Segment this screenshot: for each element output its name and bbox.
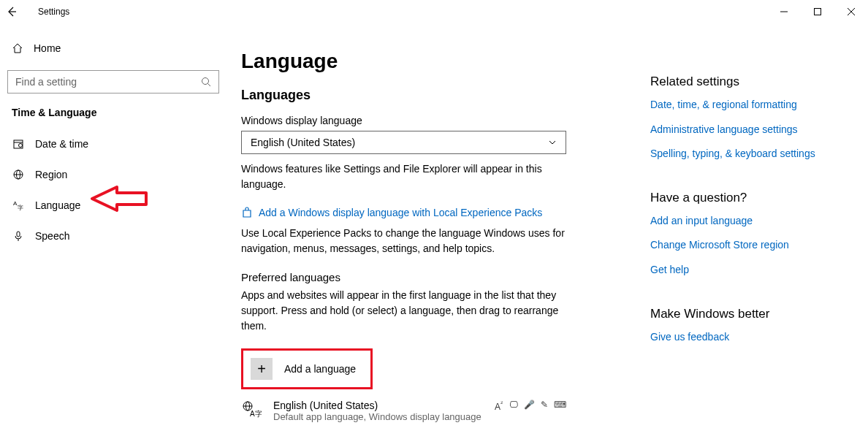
search-icon bbox=[201, 77, 211, 87]
preferred-languages-heading: Preferred languages bbox=[241, 271, 650, 283]
nav-label: Date & time bbox=[35, 138, 88, 150]
highlight-arrow-icon bbox=[89, 186, 148, 212]
mic-icon bbox=[12, 230, 25, 242]
display-icon: 🖵 bbox=[509, 400, 518, 412]
help-link[interactable]: Add an input language bbox=[650, 214, 840, 229]
search-placeholder: Find a setting bbox=[15, 76, 77, 88]
home-icon bbox=[12, 42, 23, 54]
sidebar: Home Find a setting Time & Language Date… bbox=[0, 23, 226, 422]
language-subtitle: Default app language, Windows display la… bbox=[273, 411, 481, 422]
minimize-button[interactable] bbox=[767, 0, 801, 23]
add-display-language-link[interactable]: Add a Windows display language with Loca… bbox=[259, 207, 542, 218]
window-controls bbox=[767, 0, 868, 23]
nav-label: Region bbox=[35, 169, 67, 180]
feedback-link[interactable]: Give us feedback bbox=[650, 330, 840, 345]
nav-label: Speech bbox=[35, 230, 69, 242]
home-label: Home bbox=[34, 42, 61, 54]
back-button[interactable] bbox=[6, 6, 29, 18]
svg-line-6 bbox=[208, 84, 211, 87]
plus-icon: + bbox=[251, 358, 273, 380]
related-link[interactable]: Date, time, & regional formatting bbox=[650, 98, 840, 112]
add-language-button[interactable]: + Add a language bbox=[241, 348, 373, 389]
related-panel: Related settings Date, time, & regional … bbox=[650, 23, 840, 422]
display-language-desc: Windows features like Settings and File … bbox=[241, 161, 566, 192]
home-nav[interactable]: Home bbox=[12, 34, 219, 63]
svg-text:字: 字 bbox=[18, 205, 23, 211]
language-name: English (United States) bbox=[273, 400, 481, 411]
display-language-dropdown[interactable]: English (United States) bbox=[241, 131, 566, 154]
help-link[interactable]: Get help bbox=[650, 263, 840, 278]
nav-speech[interactable]: Speech bbox=[7, 221, 219, 251]
language-feature-icons: Aᶻ 🖵 🎤 ✎ ⌨ bbox=[495, 400, 566, 412]
calendar-icon bbox=[12, 138, 25, 150]
svg-rect-2 bbox=[815, 9, 821, 15]
add-language-label: Add a language bbox=[284, 363, 356, 375]
chevron-down-icon bbox=[548, 138, 557, 147]
preferred-languages-desc: Apps and websites will appear in the fir… bbox=[241, 288, 566, 334]
titlebar: Settings bbox=[0, 0, 868, 23]
related-settings-heading: Related settings bbox=[650, 75, 840, 89]
display-language-label: Windows display language bbox=[241, 115, 650, 126]
store-icon bbox=[241, 207, 253, 218]
svg-text:A字: A字 bbox=[250, 410, 262, 418]
close-button[interactable] bbox=[834, 0, 868, 23]
help-link[interactable]: Change Microsoft Store region bbox=[650, 238, 840, 253]
svg-rect-15 bbox=[17, 232, 20, 237]
languages-heading: Languages bbox=[241, 88, 650, 103]
content-area: Language Languages Windows display langu… bbox=[241, 23, 650, 422]
globe-icon bbox=[12, 169, 25, 180]
nav-language[interactable]: A字 Language bbox=[7, 190, 219, 221]
language-list-item[interactable]: A字 English (United States) Default app l… bbox=[241, 400, 566, 422]
handwriting-icon: ✎ bbox=[541, 400, 548, 412]
category-header: Time & Language bbox=[12, 107, 219, 118]
nav-date-time[interactable]: Date & time bbox=[7, 129, 219, 159]
keyboard-icon: ⌨ bbox=[554, 400, 566, 412]
related-link[interactable]: Administrative language settings bbox=[650, 123, 840, 137]
svg-point-5 bbox=[202, 78, 209, 85]
dropdown-value: English (United States) bbox=[251, 137, 355, 148]
app-title: Settings bbox=[38, 7, 69, 17]
text-to-speech-icon: Aᶻ bbox=[495, 400, 503, 412]
svg-point-9 bbox=[19, 144, 23, 148]
related-link[interactable]: Spelling, typing, & keyboard settings bbox=[650, 147, 840, 161]
language-glyph-icon: A字 bbox=[241, 400, 263, 420]
nav-label: Language bbox=[35, 199, 80, 211]
language-icon: A字 bbox=[12, 199, 25, 211]
search-input[interactable]: Find a setting bbox=[7, 70, 219, 93]
store-desc: Use Local Experience Packs to change the… bbox=[241, 226, 566, 256]
speech-icon: 🎤 bbox=[524, 400, 535, 412]
question-heading: Have a question? bbox=[650, 191, 840, 205]
better-heading: Make Windows better bbox=[650, 307, 840, 321]
maximize-button[interactable] bbox=[801, 0, 834, 23]
page-title: Language bbox=[241, 50, 650, 73]
